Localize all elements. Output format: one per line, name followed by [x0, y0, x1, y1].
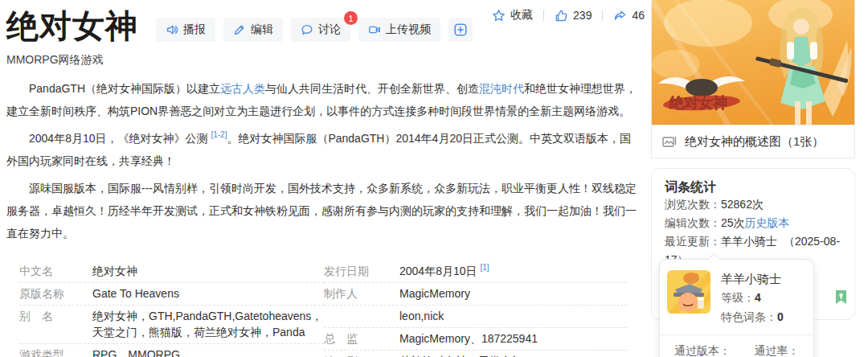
overview-image-caption[interactable]: 绝对女神的概述图（1张） — [652, 125, 854, 158]
plus-icon — [453, 23, 468, 37]
reference-link-1-2[interactable]: [1-2] — [211, 130, 227, 139]
thumb-up-icon — [555, 9, 568, 23]
level-label: 等级： — [721, 291, 755, 304]
user-card-footer: 通过版本：209 通过率：79% — [660, 334, 813, 357]
basic-info-table: 中文名 绝对女神 原版名称 Gate To Heavens 别 名 绝对女神，G… — [6, 248, 640, 357]
divider — [602, 10, 603, 21]
edits-row: 编辑次数：25次历史版本 — [665, 214, 841, 232]
game-artwork-image: 绝对女神 — [652, 0, 854, 125]
updated-label: 最近更新： — [665, 235, 721, 248]
discuss-label: 讨论 — [318, 23, 341, 37]
history-versions-link[interactable]: 历史版本 — [745, 216, 790, 229]
info-value: MagicMemory — [399, 285, 627, 302]
user-name-link[interactable]: 羊羊小骑士 — [721, 270, 784, 288]
table-row: 游戏类型 RPG，MMORPG — [19, 344, 324, 357]
table-row: 发行日期 2004年8月10日 [1] — [324, 261, 627, 283]
info-value: Gate To Heavens — [92, 285, 324, 302]
link-yuangu-renlei[interactable]: 远古人类 — [220, 82, 265, 95]
info-label: 总 监 — [324, 330, 399, 347]
stats-title: 词条统计 — [665, 179, 841, 195]
user-card-popup: 羊羊小骑士 等级：4 特色词条：0 通过版本：209 通过率：79% — [659, 259, 814, 357]
table-row: 编 剧 荷兰绝对女神、天堂之门 — [324, 351, 627, 357]
edit-label: 编辑 — [251, 23, 273, 37]
share-button[interactable]: 46 — [613, 9, 645, 23]
avatar[interactable] — [667, 270, 710, 314]
discuss-button[interactable]: 讨论 1 — [291, 18, 350, 42]
page-title: 绝对女神 — [6, 5, 138, 47]
link-hundun-shidai[interactable]: 混沌时代 — [479, 82, 524, 95]
passed-versions-stat: 通过版本：209 — [674, 344, 740, 357]
paragraph-1: PandaGTH（绝对女神国际版）以建立远古人类与仙人共同生活时代、开创全新世界… — [6, 77, 640, 122]
video-camera-icon — [368, 23, 381, 36]
toolbar: 播报 编辑 讨论 1 — [156, 18, 473, 42]
edit-button[interactable]: 编辑 — [223, 18, 283, 42]
table-row: 原版名称 Gate To Heavens — [19, 283, 324, 306]
info-value: RPG，MMORPG — [92, 347, 324, 357]
edits-label: 编辑次数： — [665, 216, 721, 229]
chat-bubble-icon — [301, 23, 313, 36]
info-value-text: 2004年8月10日 — [399, 265, 480, 277]
table-row: 总 监 MagicMemory、187225941 — [324, 328, 627, 351]
broadcast-button[interactable]: 播报 — [156, 18, 215, 42]
share-count: 46 — [632, 9, 645, 22]
paragraph-text: 与仙人共同生活时代、开创全新世界、创造 — [265, 82, 479, 95]
table-row: 别 名 绝对女神，GTH,PandaGTH,Gatetoheavens，天堂之门… — [19, 306, 324, 344]
info-value: 绝对女神，GTH,PandaGTH,Gatetoheavens，天堂之门，熊猫版… — [92, 308, 324, 340]
quality-ribbon-icon[interactable] — [835, 289, 847, 305]
info-value: 绝对女神 — [92, 263, 324, 279]
updated-user-link[interactable]: 羊羊小骑士 — [721, 235, 777, 248]
add-button[interactable] — [448, 18, 473, 42]
star-icon — [492, 9, 506, 23]
title-row: 绝对女神 播报 编辑 — [6, 0, 640, 47]
game-logo-text: 绝对女神 — [669, 95, 727, 111]
overview-image-card[interactable]: 绝对女神 绝对女神的概述图（1张） — [651, 0, 855, 158]
main-content: 绝对女神 播报 编辑 — [6, 0, 640, 357]
broadcast-label: 播报 — [183, 23, 206, 37]
discuss-count-badge: 1 — [344, 11, 358, 25]
caption-text: 绝对女神的概述图（1张） — [685, 134, 824, 150]
sidebar: 绝对女神 绝对女神的概述图（1张） 词条统计 浏览次数：52862次 编辑次数：… — [651, 0, 855, 320]
paragraph-text: 源味国服版本，国际服---风情别样，引领时尚开发，国外技术支持，众多新系统，众多… — [6, 182, 637, 240]
views-value: 52862次 — [721, 198, 764, 211]
info-value: 2004年8月10日 [1] — [399, 263, 627, 279]
info-label: 中文名 — [19, 263, 92, 279]
info-label: 发行日期 — [324, 263, 399, 279]
pass-rate-stat: 通过率：79% — [755, 344, 813, 357]
edits-value: 25次 — [721, 216, 745, 229]
info-label: 别 名 — [19, 308, 92, 340]
like-count: 239 — [573, 9, 592, 22]
user-level-row: 等级：4 — [721, 288, 784, 307]
entry-subtitle: MMORPG网络游戏 — [6, 52, 640, 67]
table-row: 制作人 MagicMemory — [324, 283, 627, 306]
user-card-main: 羊羊小骑士 等级：4 特色词条：0 — [660, 260, 813, 334]
info-label: 编 剧 — [324, 353, 399, 357]
user-info: 羊羊小骑士 等级：4 特色词条：0 — [721, 270, 784, 326]
upload-video-button[interactable]: 上传视频 — [358, 18, 440, 42]
paragraph-3: 源味国服版本，国际服---风情别样，引领时尚开发，国外技术支持，众多新系统，众多… — [6, 177, 640, 244]
info-label: 游戏类型 — [19, 347, 92, 357]
like-button[interactable]: 239 — [555, 9, 592, 23]
collect-button[interactable]: 收藏 — [492, 8, 533, 23]
collect-label: 收藏 — [510, 8, 533, 23]
entry-actions: 收藏 239 46 — [492, 8, 645, 23]
upload-video-label: 上传视频 — [386, 23, 431, 37]
passed-label: 通过版本： — [674, 344, 731, 357]
reference-link-1[interactable]: [1] — [480, 263, 489, 272]
info-value: MagicMemory、187225941 — [399, 330, 627, 347]
info-value: 荷兰绝对女神、天堂之门 — [399, 353, 627, 357]
info-label — [324, 308, 399, 324]
views-label: 浏览次数： — [665, 198, 721, 211]
share-arrow-icon — [613, 9, 627, 23]
pencil-icon — [233, 23, 246, 36]
paragraph-text: 2004年8月10日，《绝对女神》公测 — [29, 132, 211, 145]
table-row: 中文名 绝对女神 — [19, 261, 324, 283]
paragraph-text: PandaGTH（绝对女神国际版）以建立 — [29, 82, 220, 95]
gallery-icon — [661, 133, 678, 150]
rate-label: 通过率： — [755, 344, 800, 357]
info-column-left: 中文名 绝对女神 原版名称 Gate To Heavens 别 名 绝对女神，G… — [19, 261, 324, 357]
featured-entries-row: 特色词条：0 — [721, 307, 784, 326]
divider — [543, 10, 544, 21]
baike-entry-page: 绝对女神 播报 编辑 — [0, 0, 868, 357]
featured-label: 特色词条： — [721, 310, 777, 323]
views-row: 浏览次数：52862次 — [665, 195, 841, 214]
